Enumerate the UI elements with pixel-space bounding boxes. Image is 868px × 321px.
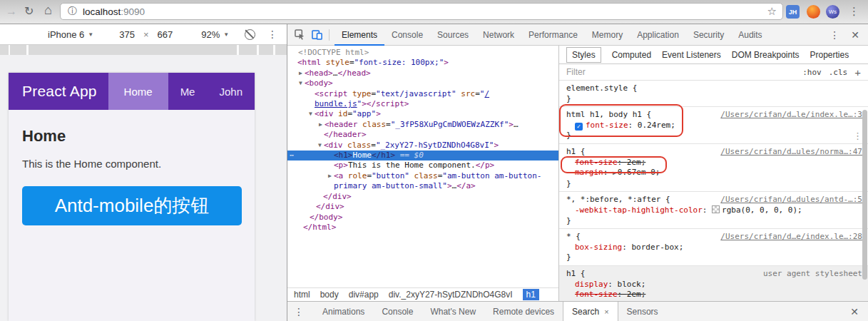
device-toggle-icon[interactable]: [312, 29, 322, 40]
extension-ws-icon[interactable]: Ws: [826, 5, 839, 19]
color-swatch[interactable]: [712, 205, 720, 213]
drawer-tab-what-s-new[interactable]: What's New: [422, 302, 484, 321]
styles-tab-dom-breakpoints[interactable]: DOM Breakpoints: [732, 50, 800, 60]
stylesheet-link[interactable]: /Users/crifan/d…ules/norma…:47: [720, 147, 862, 158]
css-declaration[interactable]: -webkit-tap-highlight-color: rgba(0, 0, …: [566, 205, 862, 216]
hover-state-button[interactable]: :hov: [802, 68, 822, 77]
page-info-icon[interactable]: ⓘ: [68, 5, 77, 18]
styles-tab-computed[interactable]: Computed: [612, 50, 651, 60]
rule-actions-icon[interactable]: ⋮: [853, 131, 862, 142]
device-select[interactable]: iPhone 6: [48, 29, 84, 40]
css-selector[interactable]: /Users/crifan/d…ules/norma…:47h1 {: [566, 147, 862, 158]
tab-network[interactable]: Network: [476, 24, 521, 46]
dom-tree-row[interactable]: <!DOCTYPE html>: [287, 48, 558, 58]
tab-audits[interactable]: Audits: [731, 24, 769, 46]
resource-link[interactable]: bundle.js: [315, 99, 357, 108]
dom-tree-row[interactable]: ▼<div class="_2xyY27-hSytDZNDhO4G8vI">: [287, 141, 558, 151]
new-style-rule-button[interactable]: +: [854, 66, 861, 78]
app-nav-item-home[interactable]: Home: [108, 73, 168, 110]
viewport-height[interactable]: 667: [158, 29, 173, 40]
dom-tree-row[interactable]: ▼<div id="app">: [287, 109, 558, 119]
url-bar[interactable]: ⓘ localhost:9090 ☆: [60, 3, 783, 20]
css-declaration[interactable]: box-sizing: border-box;: [566, 243, 862, 253]
css-selector[interactable]: /Users/crifan/d…dules/antd-…:5*, *:befor…: [566, 195, 862, 205]
dom-tree-row[interactable]: primary am-button-small">…</a>: [287, 181, 558, 191]
home-icon[interactable]: ⌂: [44, 4, 52, 16]
css-declaration[interactable]: margin: ▶0.67em 0;: [566, 168, 862, 179]
reload-icon[interactable]: ↻: [24, 5, 34, 18]
drawer-menu-icon[interactable]: ⋮: [294, 306, 304, 317]
extension-jh-icon[interactable]: JH: [786, 5, 800, 19]
dom-tree-row[interactable]: <script type="text/javascript" src="/: [287, 89, 558, 99]
collapse-arrow-icon[interactable]: ▼: [297, 78, 305, 88]
app-nav-item-me[interactable]: Me: [168, 73, 208, 110]
dom-tree-row[interactable]: ▼<body>: [287, 78, 558, 88]
filter-input[interactable]: Filter: [566, 67, 586, 77]
breadcrumb-item-div-app[interactable]: div#app: [349, 290, 379, 300]
tab-elements[interactable]: Elements: [335, 24, 384, 46]
dom-tree-row[interactable]: </body>: [287, 213, 558, 223]
drawer-tab-remote-devices[interactable]: Remote devices: [484, 302, 563, 321]
dom-tree-row[interactable]: </div>: [287, 192, 558, 202]
css-selector[interactable]: /Users/crifan/d…le/index.le…:3html h1, b…: [566, 110, 862, 121]
devtools-close-icon[interactable]: ✕: [851, 29, 859, 41]
stylesheet-link[interactable]: /Users/crifan/d…e/index.le…:28: [720, 232, 862, 243]
scrollbar-thumb[interactable]: [862, 110, 867, 280]
tab-security[interactable]: Security: [686, 24, 731, 46]
device-toolbar-menu-icon[interactable]: ⋮: [267, 29, 277, 40]
css-declaration[interactable]: font-size: 2em;: [566, 290, 862, 300]
drawer-tab-console[interactable]: Console: [373, 302, 422, 321]
drawer-tab-search[interactable]: Search×: [563, 302, 618, 321]
dom-tree-row[interactable]: ▶<a role="button" class="am-button am-bu…: [287, 171, 558, 181]
dom-tree-row[interactable]: </div>: [287, 202, 558, 212]
checkbox-checked-icon[interactable]: ✓: [575, 123, 583, 131]
stylesheet-link[interactable]: /Users/crifan/d…dules/antd-…:5: [720, 195, 862, 205]
styles-tab-properties[interactable]: Properties: [810, 50, 849, 60]
browser-menu-icon[interactable]: ⋮: [849, 5, 859, 18]
stylesheet-link[interactable]: /Users/crifan/d…le/index.le…:3: [720, 110, 862, 121]
extension-flame-icon[interactable]: [807, 5, 820, 19]
bookmark-star-icon[interactable]: ☆: [767, 5, 777, 18]
zoom-select[interactable]: 92%: [201, 29, 220, 40]
dom-tree-row[interactable]: ⋯<h1>Home</h1> == $0: [287, 151, 558, 160]
css-selector[interactable]: /Users/crifan/d…e/index.le…:28* {: [566, 232, 862, 243]
drawer-close-icon[interactable]: ✕: [850, 306, 859, 317]
breadcrumb-item-body[interactable]: body: [320, 290, 339, 300]
tab-memory[interactable]: Memory: [585, 24, 630, 46]
drawer-tab-sensors[interactable]: Sensors: [618, 302, 667, 321]
expand-arrow-icon[interactable]: ▶: [297, 68, 305, 78]
dom-tree-row[interactable]: <html style="font-size: 100px;">: [287, 58, 558, 68]
styles-tab-event-listeners[interactable]: Event Listeners: [662, 50, 721, 60]
dom-tree-row[interactable]: </header>: [287, 130, 558, 140]
viewport-width[interactable]: 375: [119, 29, 135, 40]
resource-link[interactable]: /: [484, 89, 489, 98]
url-text[interactable]: localhost:9090: [83, 6, 145, 17]
rotate-device-icon[interactable]: [245, 29, 255, 40]
class-toggle-button[interactable]: .cls: [829, 68, 848, 77]
breadcrumb-item-h1[interactable]: h1: [523, 289, 539, 300]
dom-tree-row[interactable]: </html>: [287, 223, 558, 233]
dom-tree-row[interactable]: ▶<header class="_3fP58XuPgCmDWOEWzAZZKf"…: [287, 120, 558, 130]
css-selector[interactable]: user agent stylesheeth1 {: [566, 269, 862, 280]
breadcrumb-item-div-2xyy27-hsytdzndho4g8vi[interactable]: div._2xyY27-hSytDZNDhO4G8vI: [389, 290, 513, 300]
breadcrumb-item-html[interactable]: html: [294, 290, 310, 300]
tab-performance[interactable]: Performance: [521, 24, 585, 46]
devtools-menu-icon[interactable]: ⋮: [829, 29, 839, 41]
drawer-tab-animations[interactable]: Animations: [314, 302, 373, 321]
css-selector[interactable]: element.style {: [566, 83, 862, 94]
css-declaration[interactable]: display: block;: [566, 280, 862, 290]
collapse-arrow-icon[interactable]: ▼: [307, 109, 315, 119]
forward-icon[interactable]: →: [6, 5, 17, 18]
tab-sources[interactable]: Sources: [430, 24, 476, 46]
styles-tab-styles[interactable]: Styles: [566, 47, 601, 63]
inspect-element-icon[interactable]: [295, 29, 305, 40]
antd-button[interactable]: Antd-mobile的按钮: [22, 186, 242, 225]
dom-tree-row[interactable]: <p>This is the Home component.</p>: [287, 160, 558, 170]
expand-arrow-icon[interactable]: ▶: [326, 171, 334, 181]
collapse-arrow-icon[interactable]: ▼: [316, 141, 324, 151]
tab-close-icon[interactable]: ×: [604, 307, 608, 316]
tab-application[interactable]: Application: [630, 24, 686, 46]
dom-tree-row[interactable]: bundle.js"></script>: [287, 99, 558, 109]
css-declaration[interactable]: ✓font-size: 0.24rem;: [566, 121, 862, 131]
overflow-menu-icon[interactable]: ⋯: [290, 151, 295, 160]
